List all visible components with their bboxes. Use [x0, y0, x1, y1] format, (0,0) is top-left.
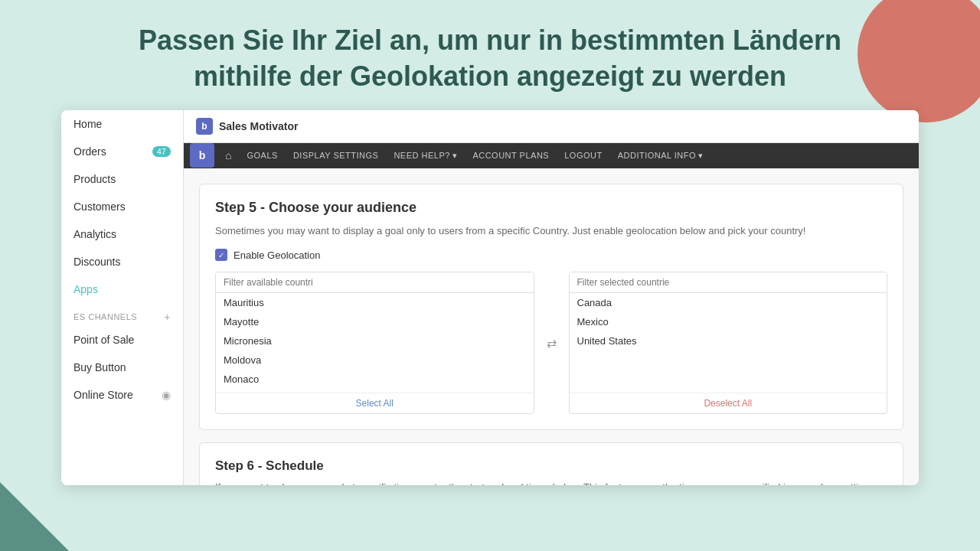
country-micronesia[interactable]: Micronesia — [216, 331, 534, 350]
selected-countries-box: Canada Mexico United States Deselect All — [569, 272, 888, 414]
selected-canada[interactable]: Canada — [570, 293, 887, 312]
nav-item-goals[interactable]: GOALS — [239, 143, 285, 168]
select-all-link[interactable]: Select All — [356, 398, 394, 409]
sidebar-section-label: ES CHANNELS — [74, 312, 137, 321]
country-moldova[interactable]: Moldova — [216, 350, 534, 370]
sidebar-item-discounts[interactable]: Discounts — [61, 248, 183, 276]
sidebar-label-buy-button: Buy Button — [74, 361, 126, 373]
available-country-list: Mauritius Mayotte Micronesia Moldova Mon… — [216, 293, 534, 393]
selected-filter-input[interactable] — [570, 272, 887, 293]
sidebar-item-home[interactable]: Home — [61, 110, 183, 138]
sidebar-label-analytics: Analytics — [74, 228, 116, 240]
navbar: b ⌂ GOALS DISPLAY SETTINGS NEED HELP? ▾ … — [184, 143, 919, 168]
step5-card: Step 5 - Choose your audience Sometimes … — [199, 184, 903, 431]
nav-item-display-settings[interactable]: DISPLAY SETTINGS — [286, 143, 387, 168]
nav-item-additional-info[interactable]: ADDITIONAL INFO ▾ — [610, 143, 711, 168]
main-content: b Sales Motivator b ⌂ GOALS DISPLAY SETT… — [184, 110, 919, 485]
headline-line2: mithilfe der Geolokation angezeigt zu we… — [61, 59, 919, 95]
app-title: Sales Motivator — [219, 120, 298, 132]
ui-window: Home Orders 47 Products Customers Analyt… — [61, 110, 919, 485]
sidebar-label-pos: Point of Sale — [74, 334, 134, 346]
deselect-all-link[interactable]: Deselect All — [704, 398, 752, 409]
transfer-icon: ⇄ — [544, 333, 560, 354]
sidebar-item-buy-button[interactable]: Buy Button — [61, 354, 183, 381]
country-mauritius[interactable]: Mauritius — [216, 293, 534, 312]
nav-logo[interactable]: b — [190, 143, 214, 168]
step6-card: Step 6 - Schedule If you want to show yo… — [199, 442, 903, 485]
chevron-down-icon-2: ▾ — [698, 151, 704, 161]
selected-country-list: Canada Mexico United States — [570, 293, 887, 393]
available-filter-input[interactable] — [216, 272, 534, 293]
sidebar-item-online-store[interactable]: Online Store ◉ — [61, 381, 183, 409]
deselect-all-row: Deselect All — [570, 393, 887, 413]
headline: Passen Sie Ihr Ziel an, um nur in bestim… — [0, 0, 980, 110]
sidebar-label-apps: Apps — [74, 283, 98, 295]
plus-icon[interactable]: + — [164, 311, 171, 323]
countries-container: Mauritius Mayotte Micronesia Moldova Mon… — [215, 272, 887, 414]
sidebar-label-discounts: Discounts — [74, 256, 120, 268]
sidebar-item-orders[interactable]: Orders 47 — [61, 138, 183, 165]
geolocation-checkbox-row: ✓ Enable Geolocation — [215, 249, 887, 261]
chevron-down-icon: ▾ — [452, 151, 458, 161]
sidebar-label-orders: Orders — [74, 145, 106, 158]
sidebar-label-home: Home — [74, 118, 102, 130]
step5-description: Sometimes you may want to display a goal… — [215, 223, 887, 239]
sidebar-section-channels: ES CHANNELS + — [61, 303, 183, 326]
nav-item-need-help[interactable]: NEED HELP? ▾ — [386, 143, 465, 168]
geolocation-checkbox[interactable]: ✓ — [215, 249, 227, 261]
sidebar-label-products: Products — [74, 173, 116, 185]
selected-united-states[interactable]: United States — [570, 331, 887, 350]
nav-home-button[interactable]: ⌂ — [217, 143, 239, 168]
sidebar-label-online-store: Online Store — [74, 389, 133, 401]
eye-icon: ◉ — [162, 389, 171, 401]
sidebar-item-apps[interactable]: Apps — [61, 276, 183, 303]
bg-triangle-decoration — [0, 482, 69, 551]
selected-mexico[interactable]: Mexico — [570, 312, 887, 331]
sidebar-label-customers: Customers — [74, 201, 126, 213]
step5-title: Step 5 - Choose your audience — [215, 200, 887, 216]
orders-badge: 47 — [152, 146, 171, 157]
sidebar-item-analytics[interactable]: Analytics — [61, 220, 183, 248]
headline-line1: Passen Sie Ihr Ziel an, um nur in bestim… — [61, 23, 919, 59]
geolocation-label: Enable Geolocation — [234, 249, 320, 261]
app-titlebar: b Sales Motivator — [184, 110, 919, 143]
step6-title: Step 6 - Schedule — [215, 458, 887, 474]
sidebar-item-pos[interactable]: Point of Sale — [61, 326, 183, 354]
nav-item-logout[interactable]: LOGOUT — [557, 143, 609, 168]
app-icon: b — [196, 118, 213, 135]
step6-description: If you want to show your goal at specifi… — [215, 480, 887, 485]
country-monaco[interactable]: Monaco — [216, 370, 534, 389]
select-all-row: Select All — [216, 393, 534, 413]
sidebar: Home Orders 47 Products Customers Analyt… — [61, 110, 184, 485]
step-content: Step 5 - Choose your audience Sometimes … — [184, 168, 919, 485]
sidebar-item-products[interactable]: Products — [61, 165, 183, 193]
country-mayotte[interactable]: Mayotte — [216, 312, 534, 331]
checkmark-icon: ✓ — [218, 251, 224, 259]
sidebar-item-customers[interactable]: Customers — [61, 193, 183, 220]
available-countries-box: Mauritius Mayotte Micronesia Moldova Mon… — [215, 272, 534, 414]
nav-item-account-plans[interactable]: ACCOUNT PLANS — [465, 143, 557, 168]
